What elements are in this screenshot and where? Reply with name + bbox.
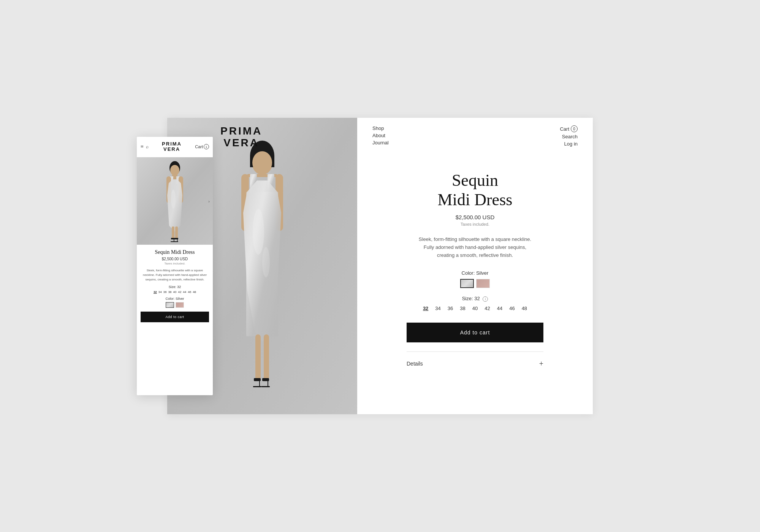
svg-point-29 — [171, 190, 176, 209]
product-title: Sequin Midi Dress — [380, 171, 570, 209]
taxes-note: Taxes included. — [380, 222, 570, 226]
color-label: Color: Silver — [380, 270, 570, 276]
mobile-description: Sleek, form-fitting silhouette with a sq… — [141, 268, 209, 282]
mobile-size-34[interactable]: 34 — [158, 290, 162, 294]
mobile-nav: ≡ ⌕ PRIMA VERA Cart 1 — [137, 137, 213, 157]
svg-point-4 — [252, 151, 272, 174]
svg-rect-14 — [264, 334, 269, 380]
desktop-brand-logo: PRIMA VERA — [220, 125, 262, 149]
mobile-swatches — [141, 302, 209, 308]
size-36[interactable]: 36 — [446, 305, 454, 312]
product-info: Sequin Midi Dress $2,500.00 USD Taxes in… — [380, 171, 570, 376]
size-info-icon[interactable]: i — [483, 296, 488, 302]
svg-rect-20 — [261, 386, 270, 387]
size-label: Size: 32 i — [380, 296, 570, 302]
size-32[interactable]: 32 — [421, 305, 430, 312]
svg-rect-35 — [177, 239, 178, 242]
cart-action[interactable]: Cart 0 — [560, 125, 578, 132]
mobile-nav-icons: ≡ ⌕ — [141, 144, 149, 150]
hamburger-icon[interactable]: ≡ — [141, 144, 144, 150]
product-details-section: Sequin Midi Dress $2,500.00 USD Taxes in… — [357, 118, 593, 414]
nav-about-link[interactable]: About — [372, 133, 389, 138]
size-38[interactable]: 38 — [458, 305, 467, 312]
mobile-panel: ≡ ⌕ PRIMA VERA Cart 1 — [137, 137, 213, 395]
product-description: Sleek, form-fitting silhouette with a sq… — [414, 236, 536, 259]
size-section: Size: 32 i 32 34 36 38 40 42 44 46 48 — [380, 296, 570, 312]
mobile-size-46[interactable]: 46 — [188, 290, 191, 294]
size-40[interactable]: 40 — [471, 305, 479, 312]
svg-rect-10 — [246, 192, 278, 336]
size-48[interactable]: 48 — [520, 305, 529, 312]
mobile-next-arrow[interactable]: › — [208, 198, 210, 204]
nav-shop-link[interactable]: Shop — [372, 125, 389, 131]
mobile-cart-badge: 1 — [204, 144, 209, 149]
product-price: $2,500.00 USD — [380, 214, 570, 220]
mobile-swatch-silver[interactable] — [166, 302, 174, 308]
login-action[interactable]: Log in — [564, 141, 578, 147]
mobile-size-44[interactable]: 44 — [183, 290, 186, 294]
mobile-search-icon[interactable]: ⌕ — [146, 144, 149, 150]
nav-right-actions: Cart 0 Search Log in — [560, 125, 578, 147]
nav-journal-link[interactable]: Journal — [372, 140, 389, 146]
color-swatch-silver[interactable] — [460, 279, 474, 288]
details-accordion[interactable]: Details + — [407, 352, 543, 376]
mobile-cart[interactable]: Cart 1 — [195, 144, 209, 149]
svg-rect-37 — [174, 241, 178, 242]
svg-rect-17 — [259, 380, 260, 386]
cart-badge: 0 — [571, 125, 578, 132]
details-label: Details — [407, 361, 423, 367]
mobile-size-40[interactable]: 40 — [173, 290, 177, 294]
mobile-product-price: $2,500.00 USD — [141, 257, 209, 261]
mobile-size-42[interactable]: 42 — [178, 290, 181, 294]
mobile-swatch-rose[interactable] — [176, 302, 184, 308]
mobile-size-36[interactable]: 36 — [163, 290, 167, 294]
svg-rect-19 — [253, 386, 261, 387]
nav-center-links: Shop About Journal — [372, 125, 389, 147]
size-34[interactable]: 34 — [434, 305, 442, 312]
search-action[interactable]: Search — [562, 134, 578, 139]
desktop-panel-nav: Shop About Journal Cart 0 Search Log in — [357, 118, 593, 147]
color-swatch-rose[interactable] — [476, 279, 490, 288]
mobile-product-title: Sequin Midi Dress — [141, 249, 209, 255]
mobile-size-48[interactable]: 48 — [193, 290, 196, 294]
color-swatches — [380, 279, 570, 288]
mobile-color-label: Color: Silver — [141, 297, 209, 301]
size-42[interactable]: 42 — [483, 305, 491, 312]
mobile-dress-svg — [137, 157, 213, 245]
svg-point-23 — [170, 165, 179, 176]
svg-rect-31 — [175, 226, 178, 239]
svg-point-12 — [262, 247, 270, 277]
svg-rect-18 — [268, 380, 268, 386]
desktop-panel: Shop About Journal Cart 0 Search Log in … — [167, 118, 593, 414]
mobile-size-38[interactable]: 38 — [168, 290, 172, 294]
mobile-size-label: Size: 32 — [141, 285, 209, 289]
svg-rect-30 — [172, 226, 174, 239]
cart-label: Cart — [560, 126, 569, 132]
outer-container: Shop About Journal Cart 0 Search Log in … — [114, 95, 646, 437]
color-section: Color: Silver — [380, 270, 570, 288]
mobile-taxes: Taxes included. — [141, 262, 209, 265]
mobile-size-32[interactable]: 32 — [154, 290, 157, 294]
svg-rect-34 — [174, 239, 174, 242]
mobile-product-info: Sequin Midi Dress $2,500.00 USD Taxes in… — [137, 245, 213, 395]
size-46[interactable]: 46 — [508, 305, 516, 312]
mobile-product-image: › — [137, 157, 213, 245]
svg-rect-13 — [255, 334, 261, 380]
mobile-logo: PRIMA VERA — [162, 141, 182, 152]
add-to-cart-button[interactable]: Add to cart — [407, 323, 543, 342]
plus-icon: + — [539, 359, 543, 368]
mobile-add-to-cart-button[interactable]: Add to cart — [141, 312, 209, 322]
svg-point-11 — [253, 209, 264, 255]
mobile-sizes: 32 34 36 38 40 42 44 46 48 — [141, 290, 209, 294]
size-options: 32 34 36 38 40 42 44 46 48 — [380, 305, 570, 312]
size-44[interactable]: 44 — [496, 305, 504, 312]
